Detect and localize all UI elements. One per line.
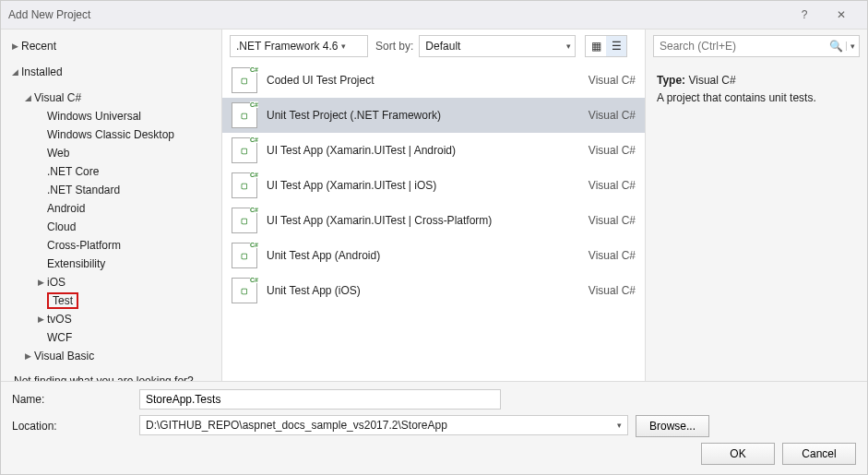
list-icon: ☰ — [612, 40, 622, 53]
tree-label: iOS — [47, 276, 65, 289]
tree-item[interactable]: Web — [1, 144, 221, 162]
type-label: Type: — [657, 74, 685, 87]
tree-label: Visual C# — [34, 91, 81, 104]
project-icon: C#▢ — [232, 172, 257, 198]
close-button[interactable]: ✕ — [823, 1, 860, 29]
tree-item[interactable]: .NET Standard — [1, 181, 221, 199]
chevron-down-icon: ▾ — [566, 42, 571, 51]
tree-item[interactable]: Android — [1, 199, 221, 218]
search-icon: 🔍 — [826, 40, 846, 53]
name-input[interactable] — [139, 389, 501, 410]
middle-toolbar: .NET Framework 4.6 ▾ Sort by: Default ▾ … — [222, 30, 645, 63]
tree-label: Installed — [21, 65, 63, 78]
tree-label: tvOS — [47, 313, 72, 326]
chevron-down-icon: ◢ — [8, 67, 21, 77]
template-row[interactable]: C#▢ Unit Test App (iOS) Visual C# — [222, 273, 645, 308]
template-name: Unit Test App (Android) — [267, 249, 562, 262]
tree-label: Visual Basic — [34, 350, 94, 362]
tree-tvos[interactable]: ▶ tvOS — [1, 310, 221, 328]
add-new-project-dialog: Add New Project ? ✕ ▶ Recent ◢ Installed… — [0, 0, 868, 475]
tree-item[interactable]: Windows Universal — [1, 107, 221, 125]
template-row[interactable]: C#▢ UI Test App (Xamarin.UITest | Androi… — [222, 133, 645, 168]
tree-label: Test — [47, 292, 78, 309]
tree-label: WCF — [47, 331, 72, 344]
template-row[interactable]: C#▢ UI Test App (Xamarin.UITest | iOS) V… — [222, 168, 645, 203]
right-panel: 🔍 ▾ Type: Visual C# A project that conta… — [646, 30, 867, 381]
sort-value: Default — [425, 40, 460, 53]
tree-item[interactable]: Cross-Platform — [1, 236, 221, 255]
tree-item[interactable]: .NET Core — [1, 162, 221, 181]
template-name: Unit Test App (iOS) — [267, 284, 562, 297]
template-row[interactable]: C#▢ Unit Test Project (.NET Framework) V… — [222, 98, 645, 133]
template-lang: Visual C# — [571, 284, 636, 297]
template-row[interactable]: C#▢ Coded UI Test Project Visual C# — [222, 63, 645, 98]
project-icon: C#▢ — [232, 102, 257, 128]
project-icon: C#▢ — [232, 208, 257, 233]
chevron-down-icon: ▾ — [617, 421, 622, 430]
project-icon: C#▢ — [232, 67, 257, 93]
template-name: UI Test App (Xamarin.UITest | iOS) — [267, 179, 562, 192]
framework-value: .NET Framework 4.6 — [236, 40, 338, 53]
chevron-down-icon[interactable]: ▾ — [846, 42, 859, 51]
template-lang: Visual C# — [571, 249, 636, 262]
search-input[interactable] — [654, 40, 826, 53]
project-icon: C#▢ — [232, 137, 257, 163]
framework-combo[interactable]: .NET Framework 4.6 ▾ — [230, 35, 368, 57]
template-lang: Visual C# — [571, 109, 636, 122]
tree-label: Recent — [21, 40, 56, 53]
tree-label: Windows Universal — [47, 110, 141, 123]
location-combo[interactable]: D:\GITHUB_REPO\aspnet_docs_sample_vs2017… — [139, 415, 628, 435]
list-view-button[interactable]: ☰ — [606, 36, 626, 56]
template-name: UI Test App (Xamarin.UITest | Cross-Plat… — [267, 214, 562, 227]
chevron-down-icon: ▾ — [341, 42, 346, 51]
template-list: C#▢ Coded UI Test Project Visual C# C#▢ … — [222, 63, 645, 381]
type-value: Visual C# — [688, 74, 735, 87]
template-name: Unit Test Project (.NET Framework) — [267, 109, 562, 122]
template-description: A project that contains unit tests. — [657, 89, 856, 107]
project-icon: C#▢ — [232, 243, 257, 268]
middle-panel: .NET Framework 4.6 ▾ Sort by: Default ▾ … — [222, 30, 646, 381]
sort-by-label: Sort by: — [375, 40, 413, 53]
chevron-right-icon: ▶ — [21, 351, 34, 361]
window-title: Add New Project — [8, 8, 786, 21]
grid-icon: ▦ — [591, 40, 601, 53]
tree-installed[interactable]: ◢ Installed — [1, 63, 221, 81]
left-panel: ▶ Recent ◢ Installed ◢ Visual C# Windows… — [1, 30, 222, 381]
template-row[interactable]: C#▢ Unit Test App (Android) Visual C# — [222, 238, 645, 273]
project-icon: C#▢ — [232, 278, 257, 303]
chevron-right-icon: ▶ — [8, 42, 21, 51]
template-name: Coded UI Test Project — [267, 74, 562, 87]
template-lang: Visual C# — [571, 144, 636, 157]
left-footer: Not finding what you are looking for? Op… — [1, 365, 221, 381]
tree-visual-csharp[interactable]: ◢ Visual C# — [1, 89, 221, 107]
template-lang: Visual C# — [571, 74, 636, 87]
tree-item[interactable]: Extensibility — [1, 255, 221, 273]
template-name: UI Test App (Xamarin.UITest | Android) — [267, 144, 562, 157]
tree-label: Web — [47, 147, 69, 160]
chevron-down-icon: ◢ — [21, 93, 34, 102]
ok-button[interactable]: OK — [701, 443, 775, 465]
tree-recent[interactable]: ▶ Recent — [1, 37, 221, 55]
tree-label: .NET Standard — [47, 184, 120, 196]
tree-item[interactable]: Windows Classic Desktop — [1, 125, 221, 144]
tree-wcf[interactable]: WCF — [1, 328, 221, 347]
tree-label: Cloud — [47, 220, 76, 233]
browse-button[interactable]: Browse... — [636, 415, 709, 437]
tree-ios[interactable]: ▶ iOS — [1, 273, 221, 291]
view-toggle: ▦ ☰ — [585, 35, 627, 57]
tree-test[interactable]: Test — [1, 291, 221, 310]
template-row[interactable]: C#▢ UI Test App (Xamarin.UITest | Cross-… — [222, 203, 645, 238]
dialog-body: ▶ Recent ◢ Installed ◢ Visual C# Windows… — [1, 29, 867, 381]
tree-item[interactable]: Cloud — [1, 218, 221, 236]
tree-label: .NET Core — [47, 165, 99, 178]
tree-visual-basic[interactable]: ▶ Visual Basic — [1, 347, 221, 365]
tree-label: Windows Classic Desktop — [47, 128, 174, 141]
template-detail: Type: Visual C# A project that contains … — [646, 63, 867, 116]
sort-combo[interactable]: Default ▾ — [419, 35, 576, 57]
cancel-button[interactable]: Cancel — [782, 443, 856, 465]
search-box[interactable]: 🔍 ▾ — [653, 35, 860, 57]
help-button[interactable]: ? — [786, 1, 823, 29]
titlebar: Add New Project ? ✕ — [1, 1, 867, 29]
tree-label: Extensibility — [47, 257, 105, 270]
grid-view-button[interactable]: ▦ — [586, 36, 606, 56]
